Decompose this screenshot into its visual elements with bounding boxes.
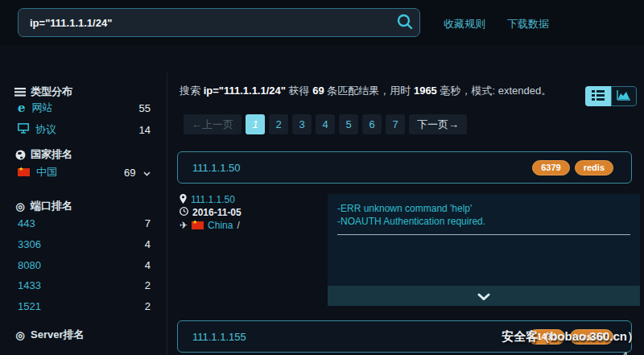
section-title: 国家排名	[31, 147, 72, 162]
item-count: 2	[145, 300, 151, 312]
monitor-icon	[18, 122, 29, 137]
download-data-link[interactable]: 下载数据	[507, 17, 549, 31]
banner-line: -ERR unknown command 'help'	[337, 202, 630, 215]
result-ip-link[interactable]: 111.1.1.50	[192, 162, 241, 174]
plane-icon: ✈	[180, 221, 188, 230]
search-icon	[396, 13, 414, 33]
meta-ip-link[interactable]: 111.1.1.50	[191, 194, 235, 205]
next-page-button[interactable]: 下一页→	[409, 114, 467, 134]
page-button-2[interactable]: 2	[269, 114, 288, 134]
tag-group: 6379 redis	[532, 160, 613, 175]
banner-block: -ERR unknown command 'help' -NOAUTH Auth…	[328, 194, 640, 306]
pagination: ←上一页 1 2 3 4 5 6 7 下一页→	[184, 114, 467, 134]
server-section-header: ◎ Server排名	[0, 328, 167, 341]
item-label[interactable]: 8080	[18, 259, 41, 271]
port-icon: ◎	[14, 201, 26, 212]
item-count: 69	[124, 167, 151, 179]
service-tag[interactable]: redis	[575, 160, 613, 175]
server-icon: ◎	[14, 330, 26, 341]
item-label[interactable]: 网站	[32, 101, 53, 115]
chart-view-button[interactable]	[611, 86, 637, 106]
sidebar-item-port-1433[interactable]: 1433 2	[0, 279, 167, 291]
search-input[interactable]	[19, 17, 390, 29]
country-count: 69	[124, 167, 135, 179]
section-title: 类型分布	[31, 85, 72, 99]
page-button-1[interactable]: 1	[246, 114, 265, 134]
sidebar-divider	[167, 72, 167, 355]
banner-rule	[337, 234, 630, 235]
list-icon	[14, 88, 26, 97]
result-meta: 111.1.1.50 2016-11-05 ✈ China /	[180, 193, 242, 232]
browser-icon: e	[18, 103, 26, 114]
china-flag-icon	[18, 168, 30, 176]
item-label[interactable]: 443	[18, 217, 35, 229]
item-label[interactable]: 1433	[18, 279, 41, 291]
summary-query: ip="111.1.1.1/24"	[204, 85, 286, 97]
page-button-4[interactable]: 4	[316, 114, 335, 134]
search-summary: 搜索 ip="111.1.1.1/24" 获得 69 条匹配结果，用时 1965…	[180, 84, 551, 98]
item-count: 7	[145, 217, 151, 229]
page-button-3[interactable]: 3	[292, 114, 312, 134]
china-flag-icon	[192, 221, 204, 229]
sidebar-item-port-443[interactable]: 443 7	[0, 217, 167, 229]
list-view-button[interactable]	[585, 86, 611, 106]
chevron-down-icon	[477, 289, 490, 303]
meta-date: 2016-11-05	[192, 207, 242, 218]
clock-icon	[180, 207, 188, 218]
search-button[interactable]	[390, 9, 419, 36]
banner-line: -NOAUTH Authentication required.	[337, 215, 630, 228]
expand-banner-button[interactable]	[328, 286, 640, 306]
item-label[interactable]: 1521	[18, 300, 41, 312]
page-button-7[interactable]: 7	[386, 114, 405, 134]
country-section-header: 国家排名	[0, 148, 167, 161]
area-chart-icon	[617, 89, 631, 104]
list-view-icon	[592, 89, 605, 104]
item-label[interactable]: 协议	[35, 122, 56, 137]
item-label[interactable]: 3306	[18, 238, 41, 250]
result-ip-link[interactable]: 111.1.1.155	[192, 331, 246, 343]
zoomeye-search-page: 收藏规则 下载数据 类型分布 e 网站 55 协议 14	[0, 0, 644, 355]
sidebar-item-port-8080[interactable]: 8080 4	[0, 258, 167, 271]
watermark: 安全客（bobao.360.cn）	[502, 329, 639, 345]
summary-time: 1965	[414, 85, 437, 97]
item-count: 2	[145, 279, 151, 291]
favorite-rule-link[interactable]: 收藏规则	[444, 17, 485, 31]
chevron-down-icon[interactable]	[143, 167, 151, 179]
port-tag[interactable]: 6379	[532, 160, 569, 175]
item-count: 4	[145, 238, 151, 250]
meta-country-link[interactable]: China	[208, 220, 233, 231]
sidebar-item-protocol[interactable]: 协议 14	[0, 123, 167, 136]
section-title: Server排名	[31, 328, 84, 342]
top-bar: 收藏规则 下载数据	[0, 0, 644, 45]
result-card: 111.1.1.50 6379 redis	[177, 151, 632, 184]
section-title: 端口排名	[31, 199, 72, 213]
item-count: 14	[139, 124, 151, 136]
sidebar-item-port-3306[interactable]: 3306 4	[0, 237, 167, 250]
item-count: 55	[139, 102, 151, 114]
prev-page-button[interactable]: ←上一页	[184, 114, 242, 134]
meta-path: /	[237, 220, 239, 231]
port-section-header: ◎ 端口排名	[0, 200, 167, 213]
sidebar-item-port-1521[interactable]: 1521 2	[0, 299, 167, 312]
globe-icon	[14, 150, 26, 160]
type-section-header: 类型分布	[0, 85, 167, 98]
sidebar-item-website[interactable]: e 网站 55	[0, 101, 167, 114]
search-box	[18, 8, 420, 37]
view-toggle	[585, 86, 637, 106]
item-count: 4	[145, 259, 151, 271]
page-button-6[interactable]: 6	[362, 114, 382, 134]
pin-icon	[180, 194, 187, 206]
summary-count: 69	[312, 85, 324, 97]
sidebar-item-china[interactable]: 中国 69	[0, 166, 167, 179]
page-button-5[interactable]: 5	[339, 114, 358, 134]
item-label[interactable]: 中国	[36, 165, 57, 180]
